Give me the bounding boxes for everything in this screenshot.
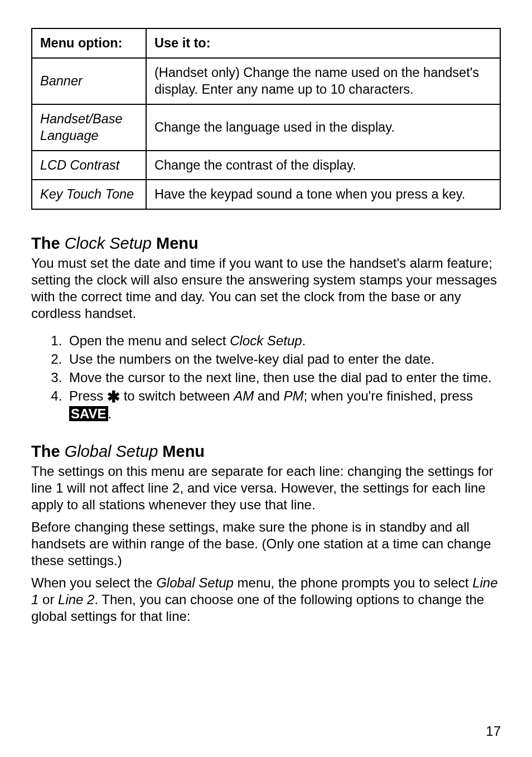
heading-suffix: Menu bbox=[158, 442, 205, 460]
table-header-use: Use it to: bbox=[146, 28, 500, 58]
step-italic: AM bbox=[234, 388, 254, 403]
table-row: Key Touch Tone Have the keypad sound a t… bbox=[32, 180, 500, 209]
menu-options-table: Menu option: Use it to: Banner (Handset … bbox=[31, 28, 501, 210]
star-icon: ✱ bbox=[107, 388, 120, 406]
step-text: to switch between bbox=[120, 388, 234, 403]
use-cell: Change the contrast of the display. bbox=[146, 151, 500, 180]
table-row: Handset/Base Language Change the languag… bbox=[32, 104, 500, 151]
clock-steps-list: Open the menu and select Clock Setup. Us… bbox=[31, 332, 501, 422]
heading-italic: Global Setup bbox=[65, 442, 158, 460]
p3-text: . Then, you can choose one of the follow… bbox=[31, 592, 484, 624]
p3-italic: Global Setup bbox=[156, 575, 234, 590]
list-item: Press ✱ to switch between AM and PM; whe… bbox=[66, 387, 501, 422]
page-number: 17 bbox=[486, 724, 501, 739]
use-cell: Change the language used in the display. bbox=[146, 104, 500, 151]
step-text: and bbox=[254, 388, 283, 403]
option-cell: LCD Contrast bbox=[32, 151, 146, 180]
p3-text: When you select the bbox=[31, 575, 156, 590]
p3-text: menu, the phone prompts you to select bbox=[234, 575, 472, 590]
clock-setup-section: The Clock Setup Menu You must set the da… bbox=[31, 234, 501, 422]
global-setup-section: The Global Setup Menu The settings on th… bbox=[31, 442, 501, 625]
p3-text: or bbox=[38, 592, 58, 607]
option-cell: Key Touch Tone bbox=[32, 180, 146, 209]
option-cell: Banner bbox=[32, 58, 146, 104]
list-item: Move the cursor to the next line, then u… bbox=[66, 369, 501, 386]
global-setup-heading: The Global Setup Menu bbox=[31, 442, 501, 461]
use-cell: Have the keypad sound a tone when you pr… bbox=[146, 180, 500, 209]
step-text: Open the menu and select bbox=[69, 333, 230, 348]
global-p2: Before changing these settings, make sur… bbox=[31, 519, 501, 569]
step-italic: Clock Setup bbox=[230, 333, 302, 348]
step-text: ; when you're finished, press bbox=[304, 388, 473, 403]
step-italic: PM bbox=[284, 388, 304, 403]
step-text: . bbox=[302, 333, 306, 348]
table-header-option: Menu option: bbox=[32, 28, 146, 58]
clock-setup-heading: The Clock Setup Menu bbox=[31, 234, 501, 253]
p3-italic: Line 2 bbox=[58, 592, 94, 607]
clock-intro-text: You must set the date and time if you wa… bbox=[31, 255, 501, 322]
global-p1: The settings on this menu are separate f… bbox=[31, 463, 501, 513]
table-row: Banner (Handset only) Change the name us… bbox=[32, 58, 500, 104]
list-item: Use the numbers on the twelve-key dial p… bbox=[66, 350, 501, 368]
option-cell: Handset/Base Language bbox=[32, 104, 146, 151]
heading-suffix: Menu bbox=[152, 234, 199, 252]
heading-prefix: The bbox=[31, 442, 65, 460]
use-cell: (Handset only) Change the name used on t… bbox=[146, 58, 500, 104]
step-text: Press bbox=[69, 388, 107, 403]
heading-prefix: The bbox=[31, 234, 65, 252]
step-text: . bbox=[108, 406, 112, 421]
global-p3: When you select the Global Setup menu, t… bbox=[31, 575, 501, 625]
save-label: SAVE bbox=[69, 406, 108, 421]
table-row: LCD Contrast Change the contrast of the … bbox=[32, 151, 500, 180]
list-item: Open the menu and select Clock Setup. bbox=[66, 332, 501, 349]
heading-italic: Clock Setup bbox=[65, 234, 152, 252]
